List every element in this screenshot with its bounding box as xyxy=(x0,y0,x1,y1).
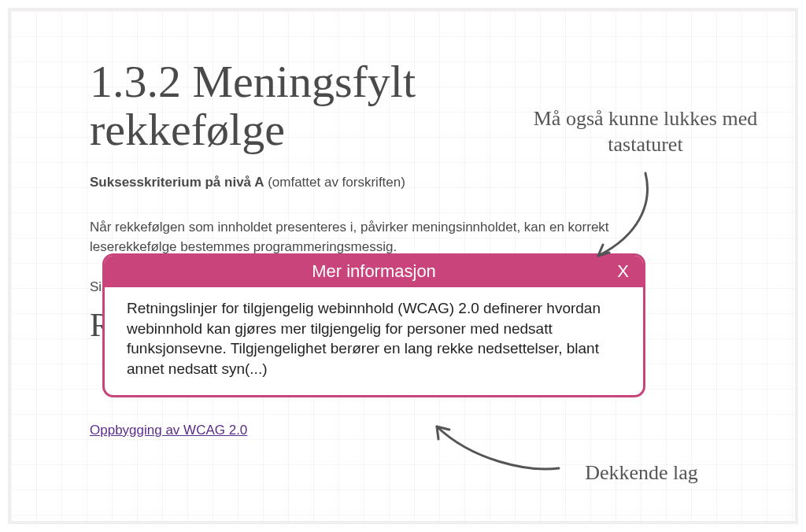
criterion-note: (omfattet av forskriften) xyxy=(264,175,405,190)
annotation-keyboard-close: Må også kunne lukkes med tastaturet xyxy=(519,106,771,157)
info-popup: Mer informasjon X Retningslinjer for til… xyxy=(102,253,645,397)
criterion-level: Suksesskriterium på nivå A xyxy=(90,175,264,190)
arrow-to-overlay-icon xyxy=(417,417,567,480)
popup-body: Retningslinjer for tilgjengelig webinnho… xyxy=(105,287,643,395)
popup-header: Mer informasjon X xyxy=(105,256,643,287)
annotation-overlay: Dekkende lag xyxy=(551,460,732,486)
popup-title: Mer informasjon xyxy=(312,261,436,282)
criterion-description: Når rekkefølgen som innholdet presentere… xyxy=(90,217,609,257)
wcag-structure-link[interactable]: Oppbygging av WCAG 2.0 xyxy=(90,423,247,438)
success-criterion: Suksesskriterium på nivå A (omfattet av … xyxy=(90,175,609,190)
arrow-to-close-icon xyxy=(582,165,677,268)
